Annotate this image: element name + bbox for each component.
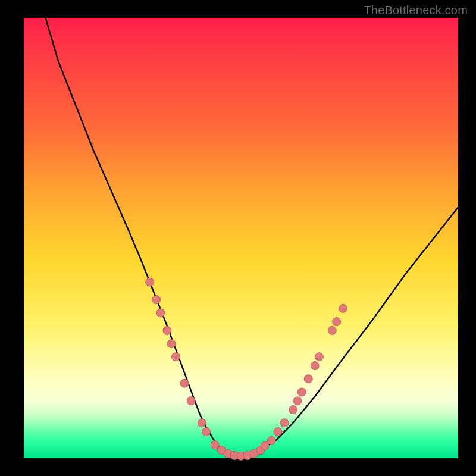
curve-marker: [202, 428, 211, 436]
curve-markers: [146, 278, 347, 460]
curve-marker: [328, 326, 336, 334]
curve-marker: [152, 296, 161, 304]
curve-marker: [167, 340, 176, 348]
chart-frame: TheBottleneck.com: [0, 0, 476, 476]
curve-marker: [304, 375, 312, 383]
curve-marker: [293, 397, 302, 405]
watermark-text: TheBottleneck.com: [364, 4, 468, 17]
curve-marker: [146, 278, 154, 286]
curve-marker: [180, 379, 189, 387]
curve-marker: [187, 397, 195, 405]
curve-marker: [289, 406, 298, 414]
chart-svg: [24, 18, 458, 458]
curve-marker: [315, 353, 323, 361]
curve-marker: [311, 362, 319, 370]
curve-marker: [172, 353, 180, 361]
curve-marker: [333, 318, 341, 326]
curve-marker: [280, 419, 289, 427]
curve-marker: [298, 388, 306, 396]
curve-marker: [163, 326, 171, 334]
curve-marker: [156, 309, 165, 317]
chart-plot-area: [24, 18, 458, 458]
curve-marker: [339, 304, 347, 312]
bottleneck-curve: [46, 18, 459, 456]
curve-marker: [274, 428, 282, 436]
curve-marker: [267, 436, 275, 444]
curve-marker: [198, 419, 206, 427]
